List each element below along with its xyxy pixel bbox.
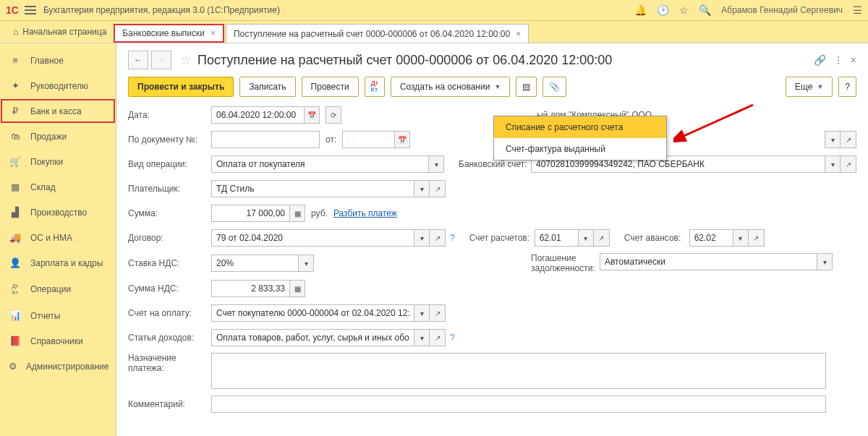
rub-label: руб.: [311, 208, 328, 218]
close-icon[interactable]: ×: [516, 29, 521, 39]
calendar-icon[interactable]: 📅: [304, 106, 320, 124]
income-field[interactable]: ▾ ↗: [211, 329, 446, 346]
calc-icon[interactable]: ▦: [289, 205, 305, 222]
dropdown-btn[interactable]: ▾: [825, 131, 841, 148]
dropdown-btn[interactable]: ▾: [414, 329, 430, 346]
history-icon[interactable]: 🕑: [657, 4, 669, 16]
user-name[interactable]: Абрамов Геннадий Сергеевич: [721, 5, 843, 15]
adv-input[interactable]: [689, 229, 733, 247]
sum-input[interactable]: [211, 205, 289, 222]
dropdown-btn[interactable]: ▾: [733, 229, 749, 247]
vatsum-field[interactable]: ▦: [211, 280, 305, 297]
post-button[interactable]: Провести: [302, 77, 359, 97]
date-field[interactable]: 📅: [211, 106, 320, 124]
acc-input[interactable]: [535, 229, 578, 247]
menu-icon-2[interactable]: ☰: [853, 4, 862, 16]
split-payment-link[interactable]: Разбить платеж: [333, 208, 397, 218]
contract-input[interactable]: [211, 229, 414, 247]
bell-icon[interactable]: 🔔: [634, 4, 647, 16]
menu-icon[interactable]: [25, 6, 36, 14]
create-based-on-button[interactable]: Создать на основании▼: [391, 77, 510, 97]
open-btn[interactable]: ↗: [430, 304, 446, 322]
open-btn[interactable]: ↗: [594, 229, 610, 247]
open-btn[interactable]: ↗: [841, 131, 856, 148]
save-button[interactable]: Записать: [239, 77, 295, 97]
help-icon[interactable]: ?: [450, 333, 455, 343]
link-icon[interactable]: 🔗: [814, 54, 826, 66]
sidebar-item-admin[interactable]: ⚙Администрирование: [0, 354, 116, 379]
calendar-icon[interactable]: 📅: [394, 131, 410, 148]
sidebar-item-warehouse[interactable]: ▦Склад: [0, 174, 116, 200]
dd-item-writeoff[interactable]: Списание с расчетного счета: [494, 116, 666, 138]
open-btn[interactable]: ↗: [430, 329, 446, 346]
structure-button[interactable]: ▤: [516, 77, 537, 97]
dropdown-btn[interactable]: ▾: [298, 255, 314, 272]
open-btn[interactable]: ↗: [749, 229, 765, 247]
dropdown-btn[interactable]: ▾: [825, 155, 841, 173]
vat-field[interactable]: ▾: [211, 255, 314, 272]
dropdown-btn[interactable]: ▾: [428, 155, 444, 173]
sidebar-item-purchases[interactable]: 🛒Покупки: [0, 149, 116, 174]
dtkt-button[interactable]: ДтКт: [365, 77, 385, 97]
acc-field[interactable]: ▾ ↗: [535, 229, 610, 247]
vat-input[interactable]: [211, 255, 298, 272]
debt-input[interactable]: [600, 253, 817, 270]
docnum-input[interactable]: [211, 131, 320, 148]
open-btn[interactable]: ↗: [430, 180, 446, 197]
back-button[interactable]: ←: [128, 51, 148, 69]
sidebar-item-manager[interactable]: ✦Руководителю: [0, 73, 116, 98]
close-icon[interactable]: ×: [851, 54, 856, 66]
tab-document[interactable]: Поступление на расчетный счет 0000-00000…: [226, 24, 529, 43]
invoice-input[interactable]: [211, 304, 414, 322]
optype-field[interactable]: ▾: [211, 155, 444, 173]
optype-input[interactable]: [211, 155, 428, 173]
open-btn[interactable]: ↗: [841, 155, 856, 173]
sum-field[interactable]: ▦: [211, 205, 305, 222]
forward-button[interactable]: →: [151, 51, 171, 69]
purpose-textarea[interactable]: [211, 353, 826, 389]
docdate-field[interactable]: 📅: [342, 131, 410, 148]
dropdown-btn[interactable]: ▾: [414, 304, 430, 322]
comment-input[interactable]: [211, 396, 826, 413]
close-icon[interactable]: ×: [210, 28, 216, 38]
sidebar-item-main[interactable]: ≡Главное: [0, 48, 116, 73]
dropdown-btn[interactable]: ▾: [414, 180, 430, 197]
payer-input[interactable]: [211, 180, 414, 197]
more-icon[interactable]: ⋮: [833, 54, 843, 66]
help-button[interactable]: ?: [838, 77, 856, 97]
search-icon[interactable]: 🔍: [699, 4, 711, 16]
income-input[interactable]: [211, 329, 414, 346]
help-icon[interactable]: ?: [450, 233, 455, 243]
attach-button[interactable]: 📎: [542, 77, 566, 97]
dd-item-invoice[interactable]: Счет-фактура выданный: [494, 138, 666, 160]
sidebar-item-production[interactable]: ▟Производство: [0, 200, 116, 225]
sidebar-item-bank[interactable]: ₽Банк и касса: [0, 98, 116, 124]
sidebar-item-sales[interactable]: 🛍Продажи: [0, 124, 116, 149]
post-and-close-button[interactable]: Провести и закрыть: [128, 77, 234, 97]
open-btn[interactable]: ↗: [430, 229, 446, 247]
acc-label: Счет расчетов:: [469, 233, 535, 243]
sidebar-item-catalogs[interactable]: 📕Справочники: [0, 328, 116, 354]
dropdown-btn[interactable]: ▾: [578, 229, 594, 247]
tab-bank-statements[interactable]: Банковские выписки ×: [114, 24, 224, 43]
dropdown-btn[interactable]: ▾: [817, 253, 833, 270]
sidebar-item-assets[interactable]: 🚚ОС и НМА: [0, 225, 116, 250]
docdate-input[interactable]: [342, 131, 394, 148]
debt-field[interactable]: ▾: [600, 253, 833, 270]
vatsum-input[interactable]: [211, 280, 289, 297]
favorite-icon[interactable]: ☆: [180, 52, 192, 68]
calc-icon[interactable]: ▦: [289, 280, 305, 297]
home-tab[interactable]: ⌂ Начальная страница: [6, 21, 114, 43]
sidebar-item-reports[interactable]: 📊Отчеты: [0, 303, 116, 328]
sidebar-item-payroll[interactable]: 👤Зарплата и кадры: [0, 250, 116, 275]
adv-field[interactable]: ▾ ↗: [689, 229, 765, 247]
dropdown-btn[interactable]: ▾: [414, 229, 430, 247]
sidebar-item-operations[interactable]: ДтКтОперации: [0, 275, 116, 303]
contract-field[interactable]: ▾ ↗: [211, 229, 446, 247]
date-input[interactable]: [211, 106, 304, 124]
more-button[interactable]: Еще▼: [786, 77, 833, 97]
payer-field[interactable]: ▾ ↗: [211, 180, 446, 197]
invoice-field[interactable]: ▾ ↗: [211, 304, 446, 322]
refresh-icon[interactable]: ⟳: [326, 106, 341, 124]
star-icon[interactable]: ☆: [679, 4, 689, 16]
